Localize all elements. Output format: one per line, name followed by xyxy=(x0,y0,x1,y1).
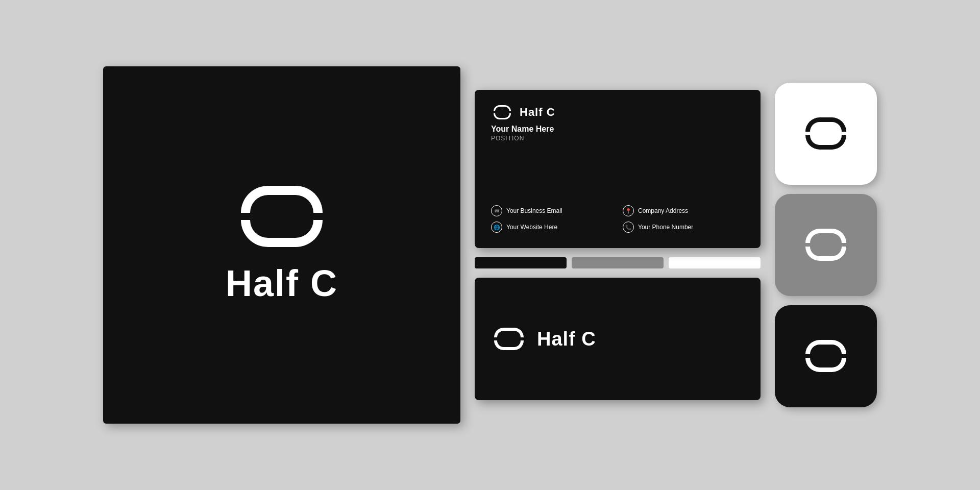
contact-phone-item: 📞 Your Phone Number xyxy=(623,222,744,233)
panel-arc-bottom-black-icon xyxy=(805,358,846,372)
strip-gray xyxy=(572,257,664,268)
panel-arc-bottom-white-icon xyxy=(805,135,846,150)
address-icon: 📍 xyxy=(623,205,634,216)
page-wrapper: Half C Half C Your Name Here POSITION xyxy=(0,0,980,490)
main-logo-panel: Half C xyxy=(103,66,460,424)
panel-arc-top-black-icon xyxy=(805,340,846,354)
card-contact-grid: ✉ Your Business Email 📍 Company Address … xyxy=(491,205,744,233)
panel-logo-gray xyxy=(800,229,851,261)
color-strip-row xyxy=(475,257,761,268)
contact-website-text: Your Website Here xyxy=(506,224,557,231)
contact-email-text: Your Business Email xyxy=(506,207,562,214)
arc-bottom-md-icon xyxy=(494,340,524,350)
arc-bottom-icon xyxy=(241,220,323,247)
contact-website-item: 🌐 Your Website Here xyxy=(491,222,612,233)
main-logo-icon xyxy=(231,186,333,247)
email-icon: ✉ xyxy=(491,205,502,216)
panel-arc-top-white-icon xyxy=(805,117,846,132)
card-position: POSITION xyxy=(491,135,744,142)
contact-email-item: ✉ Your Business Email xyxy=(491,205,612,216)
arc-top-sm-icon xyxy=(494,105,511,111)
website-icon: 🌐 xyxy=(491,222,502,233)
icon-panel-gray xyxy=(775,194,877,296)
arc-top-md-icon xyxy=(494,328,524,337)
panel-arc-bottom-gray-icon xyxy=(805,247,846,261)
strip-white xyxy=(669,257,761,268)
phone-icon: 📞 xyxy=(623,222,634,233)
main-logo-text: Half C xyxy=(226,262,338,304)
card-logo-med-icon xyxy=(491,328,527,350)
card-bottom-brand-name: Half C xyxy=(537,328,596,350)
contact-phone-text: Your Phone Number xyxy=(638,224,693,231)
business-card-top: Half C Your Name Here POSITION ✉ Your Bu… xyxy=(475,90,761,248)
icon-panel-white xyxy=(775,83,877,185)
card-logo-small-icon xyxy=(491,105,513,119)
business-card-bottom: Half C xyxy=(475,278,761,400)
panel-logo-black xyxy=(800,340,851,373)
strip-black xyxy=(475,257,567,268)
icon-panel-black xyxy=(775,305,877,407)
card-person-info: Your Name Here POSITION xyxy=(491,125,744,142)
arc-bottom-sm-icon xyxy=(494,113,511,119)
arc-top-icon xyxy=(241,186,323,213)
panel-logo-white xyxy=(800,117,851,150)
contact-address-item: 📍 Company Address xyxy=(623,205,744,216)
right-column: Half C Your Name Here POSITION ✉ Your Bu… xyxy=(475,90,761,400)
card-header: Half C xyxy=(491,105,744,119)
panel-arc-top-gray-icon xyxy=(805,229,846,243)
card-brand-name: Half C xyxy=(520,106,555,119)
card-person-name: Your Name Here xyxy=(491,125,744,134)
contact-address-text: Company Address xyxy=(638,207,688,214)
icon-panels-column xyxy=(775,83,877,407)
